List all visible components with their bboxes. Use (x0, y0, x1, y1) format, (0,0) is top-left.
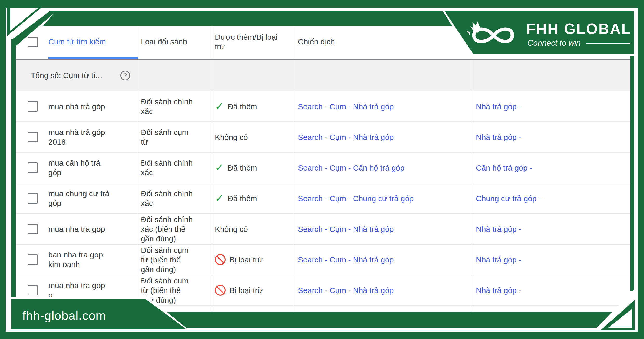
row-checkbox[interactable] (28, 285, 38, 295)
search-term-cell: mua nha tra gop o (48, 275, 111, 305)
ad-group-link[interactable]: Nhà trả góp - (476, 102, 521, 111)
status-label: Không có (215, 132, 248, 142)
status-label: Bị loại trừ (229, 286, 263, 295)
campaign-link[interactable]: Search - Cụm - Căn hộ trả góp (298, 163, 404, 173)
match-type-cell: Đối sánh chính xác (biến thể gần đúng) (141, 214, 193, 244)
ad-group-link[interactable]: Nhà trả góp - (476, 224, 521, 234)
search-term-cell: mua nha tra gop (48, 214, 111, 244)
row-checkbox[interactable] (28, 254, 38, 265)
inner-right-line (630, 11, 634, 291)
table-row: mua nhà trả góp 2018 Đối sánh cụm từ Khô… (16, 122, 630, 153)
ad-group-link[interactable]: Nhà trả góp - (476, 132, 521, 142)
match-type-cell: Đối sánh chính xác (141, 153, 193, 183)
row-checkbox[interactable] (28, 101, 38, 112)
column-divider (472, 26, 472, 312)
check-icon: ✓ (215, 193, 224, 204)
tagline-rule (586, 43, 630, 44)
campaign-link[interactable]: Search - Cụm - Nhà trả góp (298, 224, 394, 234)
header-divider-line (16, 59, 630, 60)
search-term-cell: mua chung cư trả góp (48, 183, 111, 213)
brand-name: FHH GLOBAL (526, 20, 631, 37)
status-cell: Bị loại trừ (215, 275, 293, 305)
column-header-campaign[interactable]: Chiến dịch (298, 26, 335, 57)
ad-group-link[interactable]: Nhà trả góp - (476, 286, 521, 295)
match-type-cell: Đối sánh cụm từ (141, 122, 193, 152)
row-checkbox[interactable] (28, 224, 38, 234)
table-row: mua nha tra gop o Đối sánh cụm từ (biến … (16, 275, 630, 306)
search-term-cell: mua nhà trả góp 2018 (48, 122, 111, 152)
row-checkbox[interactable] (28, 162, 38, 173)
total-row: Tổng số: Cụm từ tì... ? (16, 60, 630, 91)
table-row: ban nha tra gop kim oanh Đối sánh cụm từ… (16, 245, 630, 275)
blocked-icon (215, 285, 226, 296)
match-type-cell: Đối sánh chính xác (141, 183, 193, 213)
frame-bottom (0, 332, 644, 339)
website-url: fhh-global.com (22, 308, 106, 323)
search-term-cell: mua căn hộ trả góp (48, 153, 111, 183)
column-header-search-term[interactable]: Cụm từ tìm kiếm (48, 26, 106, 57)
search-terms-table: Cụm từ tìm kiếm Loại đối sánh Được thêm/… (16, 26, 630, 312)
help-icon[interactable]: ? (120, 71, 130, 80)
search-term-cell: ban nha tra gop kim oanh (48, 245, 111, 275)
table-row: mua nha tra gop Đối sánh chính xác (biến… (16, 214, 630, 245)
frame-left (0, 0, 6, 339)
column-divider (212, 26, 212, 312)
status-label: Đã thêm (228, 102, 257, 111)
status-label: Bị loại trừ (229, 255, 263, 265)
status-cell: ✓ Đã thêm (215, 183, 293, 213)
status-cell: Bị loại trừ (215, 245, 293, 275)
column-divider (294, 26, 294, 312)
match-type-cell: Đối sánh cụm từ (biến thể gần đúng) (141, 245, 193, 275)
frame-right (638, 0, 644, 339)
select-all-checkbox[interactable] (28, 37, 38, 47)
status-cell: ✓ Đã thêm (215, 91, 293, 121)
column-header-added-excluded[interactable]: Được thêm/Bị loại trừ (215, 26, 288, 57)
table-row: mua chung cư trả góp Đối sánh chính xác … (16, 183, 630, 214)
status-cell: Không có (215, 214, 293, 244)
column-divider (138, 26, 138, 312)
brand-tagline: Connect to win (527, 38, 630, 48)
ad-group-link[interactable]: Nhà trả góp - (476, 255, 521, 265)
column-header-match-type[interactable]: Loại đối sánh (141, 26, 187, 57)
match-type-cell: Đối sánh cụm từ (biến thể gần đúng) (141, 275, 193, 305)
brand-tagline-text: Connect to win (527, 38, 581, 48)
status-cell: Không có (215, 122, 293, 152)
status-cell: ✓ Đã thêm (215, 153, 293, 183)
branded-screenshot: Cụm từ tìm kiếm Loại đối sánh Được thêm/… (0, 0, 644, 339)
ad-group-link[interactable]: Chung cư trả góp - (476, 194, 541, 203)
campaign-link[interactable]: Search - Cụm - Nhà trả góp (298, 286, 394, 295)
status-label: Đã thêm (228, 163, 257, 173)
campaign-link[interactable]: Search - Cụm - Nhà trả góp (298, 102, 394, 111)
inner-left-line (11, 39, 16, 328)
dragon-infinity-icon (464, 18, 524, 51)
table-row: mua nhà trả góp Đối sánh chính xác ✓ Đã … (16, 91, 630, 122)
ad-group-link[interactable]: Căn hộ trả góp - (476, 163, 532, 173)
match-type-cell: Đối sánh chính xác (141, 91, 193, 121)
table-row: mua căn hộ trả góp Đối sánh chính xác ✓ … (16, 153, 630, 183)
row-checkbox[interactable] (28, 193, 38, 204)
search-term-cell: mua nhà trả góp (48, 91, 111, 121)
campaign-link[interactable]: Search - Cụm - Nhà trả góp (298, 132, 394, 142)
status-label: Không có (215, 224, 248, 234)
status-label: Đã thêm (228, 194, 257, 203)
check-icon: ✓ (215, 162, 224, 173)
check-icon: ✓ (215, 101, 224, 112)
row-checkbox[interactable] (28, 132, 38, 142)
campaign-link[interactable]: Search - Cụm - Chung cư trả góp (298, 194, 414, 203)
campaign-link[interactable]: Search - Cụm - Nhà trả góp (298, 255, 394, 265)
blocked-icon (215, 254, 226, 265)
frame-top (0, 0, 644, 8)
total-row-label: Tổng số: Cụm từ tì... (31, 71, 102, 80)
sort-indicator (48, 57, 138, 59)
